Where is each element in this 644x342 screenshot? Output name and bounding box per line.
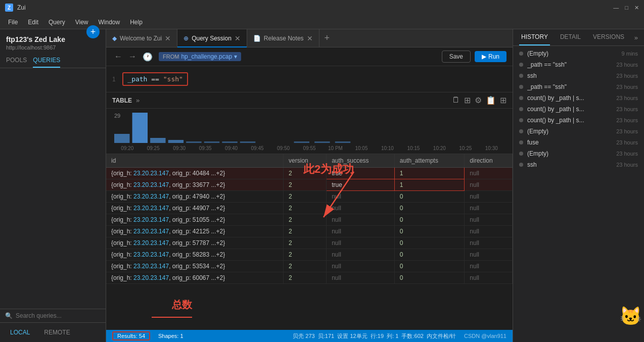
history-item-time: 23 hours (616, 151, 638, 157)
titlebar: Z Zui — □ ✕ (0, 0, 644, 15)
close-btn[interactable]: ✕ (634, 5, 639, 11)
from-chevron-icon: ▾ (234, 53, 237, 60)
history-item-time: 23 hours (616, 84, 638, 90)
table-row[interactable]: {orig_h: 23.20.23.147, orig_p: 60067 ...… (106, 272, 513, 284)
query-box[interactable]: _path == "ssh" (122, 72, 188, 86)
menu-help[interactable]: Help (126, 18, 147, 27)
history-item[interactable]: count() by _path | s...23 hours (513, 104, 644, 115)
cell-version: 2 (284, 203, 327, 214)
pool-subtitle: http://localhost:9867 (6, 44, 86, 51)
nav-history-button[interactable]: 🕐 (141, 51, 155, 63)
release-tab-close[interactable]: ✕ (307, 34, 313, 42)
history-item[interactable]: _path == "ssh"23 hours (513, 81, 644, 92)
cell-auth-attempts: 0 (394, 237, 464, 249)
cell-auth-success: null (327, 191, 395, 203)
history-item-time: 9 mins (622, 51, 638, 57)
menu-edit[interactable]: Edit (24, 18, 42, 27)
cell-id: {orig_h: 23.20.23.147, orig_p: 42125 ...… (106, 226, 284, 237)
query-editor: 1 _path == "ssh" (106, 66, 513, 92)
search-input[interactable] (16, 312, 101, 319)
svg-rect-9 (314, 141, 330, 143)
history-tab-detail[interactable]: DETAIL (558, 29, 583, 45)
tab-welcome[interactable]: ◆ Welcome to Zui ✕ (106, 29, 177, 47)
app-window: Z Zui — □ ✕ File Edit Query View Window … (0, 0, 644, 342)
nav-back-button[interactable]: ← (112, 51, 124, 63)
table-row[interactable]: {orig_h: 23.20.23.147, orig_p: 33677 ...… (106, 179, 513, 191)
chart-label-1030: 10:30 (479, 145, 504, 151)
add-pool-button[interactable]: + (86, 25, 100, 38)
svg-rect-10 (335, 141, 350, 143)
history-item[interactable]: count() by _path | s...23 hours (513, 92, 644, 104)
save-button[interactable]: Save (442, 51, 471, 63)
chart-label-1010: 10:10 (375, 145, 400, 151)
cell-id: {orig_h: 23.20.23.147, orig_p: 51055 ...… (106, 214, 284, 226)
history-expand-icon[interactable]: » (634, 34, 638, 41)
history-item-text: (Empty) (527, 150, 612, 157)
cell-version: 2 (284, 179, 327, 191)
new-tab-button[interactable]: + (319, 33, 335, 43)
history-dot (519, 52, 523, 56)
menu-view[interactable]: View (71, 18, 93, 27)
history-item-time: 23 hours (616, 128, 638, 134)
local-tab[interactable]: LOCAL (6, 327, 34, 338)
history-item-time: 23 hours (616, 162, 638, 168)
results-count-badge: Results: 54 (112, 331, 150, 340)
chart-label-0935: 09:35 (192, 145, 218, 151)
history-item[interactable]: _path == "ssh"23 hours (513, 59, 644, 70)
history-tab-history[interactable]: HISTORY (519, 29, 550, 45)
history-item[interactable]: ssh23 hours (513, 159, 644, 170)
cell-direction: null (465, 226, 513, 237)
history-item[interactable]: (Empty)23 hours (513, 148, 644, 159)
cell-id: {orig_h: 23.20.23.147, orig_p: 40484 ...… (106, 168, 284, 179)
minimize-btn[interactable]: — (613, 5, 619, 11)
history-list: (Empty)9 mins_path == "ssh"23 hoursssh23… (513, 46, 644, 342)
sidebar: ftp123's Zed Lake http://localhost:9867 … (0, 29, 106, 342)
tab-release-notes[interactable]: 📄 Release Notes ✕ (247, 29, 319, 47)
table-row[interactable]: {orig_h: 23.20.23.147, orig_p: 53534 ...… (106, 261, 513, 272)
sidebar-tab-pools[interactable]: POOLS (6, 57, 27, 68)
table-row[interactable]: {orig_h: 23.20.23.147, orig_p: 51055 ...… (106, 214, 513, 226)
menu-query[interactable]: Query (44, 18, 69, 27)
run-button[interactable]: ▶ Run (475, 51, 507, 62)
welcome-tab-close[interactable]: ✕ (165, 34, 171, 42)
nav-forward-button[interactable]: → (126, 51, 139, 63)
history-tab-versions[interactable]: VERSIONS (591, 29, 626, 45)
status-info: 贝壳 273 贝:171 设置 12单元 行:19 列: 1 手数:602 内文… (293, 332, 456, 340)
from-badge[interactable]: FROM hp_challenge.pcap ▾ (159, 52, 241, 61)
attribution: CSDN @vlan911 (464, 333, 507, 339)
col-direction: direction (465, 154, 513, 168)
history-item-time: 23 hours (616, 73, 638, 79)
tab-query-session[interactable]: ⊕ Query Session ✕ (177, 29, 247, 47)
filter-icon[interactable]: 🗒 (452, 95, 460, 105)
grid-icon[interactable]: ⊞ (500, 95, 507, 105)
table-row[interactable]: {orig_h: 23.20.23.147, orig_p: 40484 ...… (106, 168, 513, 179)
menu-file[interactable]: File (4, 18, 22, 27)
history-dot (519, 152, 523, 156)
sidebar-tab-queries[interactable]: QUERIES (33, 57, 60, 68)
history-item[interactable]: count() by _path | s...23 hours (513, 115, 644, 126)
cell-version: 2 (284, 272, 327, 284)
history-item[interactable]: ssh23 hours (513, 70, 644, 81)
export-icon[interactable]: 📋 (486, 95, 496, 105)
table-row[interactable]: {orig_h: 23.20.23.147, orig_p: 58283 ...… (106, 249, 513, 261)
table-row[interactable]: {orig_h: 23.20.23.147, orig_p: 44907 ...… (106, 203, 513, 214)
history-item[interactable]: fuse23 hours (513, 137, 644, 148)
download-icon[interactable]: ⊞ (464, 95, 471, 105)
remote-tab[interactable]: REMOTE (40, 327, 74, 338)
cell-direction: null (465, 179, 513, 191)
history-item-text: (Empty) (527, 128, 612, 135)
expand-icon[interactable]: » (136, 96, 140, 104)
settings-icon[interactable]: ⚙ (475, 95, 482, 105)
app-title: Zui (17, 4, 26, 11)
table-row[interactable]: {orig_h: 23.20.23.147, orig_p: 47940 ...… (106, 191, 513, 203)
cell-id: {orig_h: 23.20.23.147, orig_p: 60067 ...… (106, 272, 284, 284)
col-id: id (106, 154, 284, 168)
maximize-btn[interactable]: □ (625, 5, 628, 11)
history-item[interactable]: (Empty)23 hours (513, 126, 644, 137)
history-dot (519, 107, 523, 111)
table-row[interactable]: {orig_h: 23.20.23.147, orig_p: 57787 ...… (106, 237, 513, 249)
menu-window[interactable]: Window (95, 18, 124, 27)
query-tab-close[interactable]: ✕ (235, 34, 241, 42)
table-row[interactable]: {orig_h: 23.20.23.147, orig_p: 42125 ...… (106, 226, 513, 237)
history-item[interactable]: (Empty)9 mins (513, 48, 644, 59)
